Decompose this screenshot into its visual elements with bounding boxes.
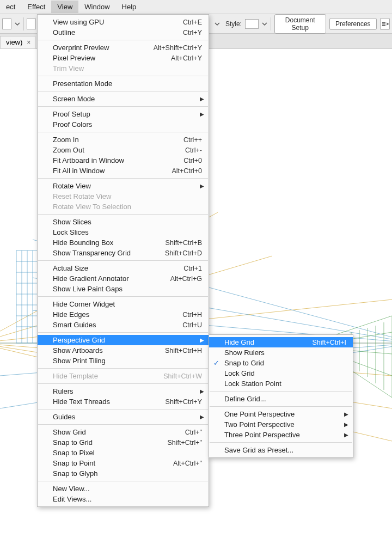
menu-separator bbox=[38, 132, 208, 132]
menu-item-label: Save Grid as Preset... bbox=[224, 446, 346, 454]
view-item-reset-rotate-view: Reset Rotate View bbox=[38, 191, 209, 201]
menu-item-label: Rotate View bbox=[53, 182, 202, 190]
pg-item-hide-grid[interactable]: Hide GridShift+Ctrl+I bbox=[209, 337, 353, 347]
view-item-hide-edges[interactable]: Hide EdgesCtrl+H bbox=[38, 309, 209, 320]
view-item-proof-setup[interactable]: Proof Setup▶ bbox=[38, 109, 209, 119]
view-item-screen-mode[interactable]: Screen Mode▶ bbox=[38, 94, 209, 104]
menu-separator bbox=[38, 481, 208, 481]
menu-separator bbox=[210, 391, 352, 392]
view-item-lock-slices[interactable]: Lock Slices bbox=[38, 227, 209, 237]
menu-item-shortcut: Ctrl+Y bbox=[183, 29, 202, 36]
menu-help[interactable]: Help bbox=[116, 1, 143, 13]
menu-item-shortcut: Alt+Ctrl+G bbox=[170, 275, 202, 283]
menu-item-label: Rotate View To Selection bbox=[53, 203, 202, 211]
document-tab[interactable]: view) × bbox=[0, 36, 35, 48]
menu-item-shortcut: Ctrl+H bbox=[182, 311, 202, 319]
fill-swatch[interactable] bbox=[2, 19, 11, 29]
view-item-actual-size[interactable]: Actual SizeCtrl+1 bbox=[38, 263, 209, 273]
view-item-show-grid[interactable]: Show GridCtrl+" bbox=[38, 427, 209, 437]
style-select[interactable] bbox=[245, 19, 259, 29]
menu-item-label: Proof Setup bbox=[53, 110, 202, 118]
view-item-edit-views[interactable]: Edit Views... bbox=[38, 494, 209, 504]
view-item-snap-to-point[interactable]: Snap to PointAlt+Ctrl+" bbox=[38, 458, 209, 468]
menu-separator bbox=[38, 409, 208, 409]
view-item-guides[interactable]: Guides▶ bbox=[38, 412, 209, 422]
separator bbox=[271, 17, 271, 30]
menu-item-label: Hide Edges bbox=[53, 310, 161, 319]
style-label: Style: bbox=[225, 20, 242, 28]
view-dropdown-menu: View using GPUCtrl+EOutlineCtrl+YOverpri… bbox=[37, 14, 209, 507]
pg-item-lock-station-point[interactable]: Lock Station Point bbox=[209, 378, 353, 389]
menu-window[interactable]: Window bbox=[78, 1, 115, 13]
menu-item-label: Guides bbox=[53, 413, 202, 421]
view-item-smart-guides[interactable]: Smart GuidesCtrl+U bbox=[38, 320, 209, 330]
view-item-hide-bounding-box[interactable]: Hide Bounding BoxShift+Ctrl+B bbox=[38, 237, 209, 248]
chevron-down-icon[interactable] bbox=[262, 21, 267, 27]
pg-item-define-grid[interactable]: Define Grid... bbox=[209, 394, 353, 404]
view-item-zoom-out[interactable]: Zoom OutCtrl+- bbox=[38, 145, 209, 155]
view-item-snap-to-pixel[interactable]: Snap to Pixel bbox=[38, 448, 209, 458]
view-item-fit-all-in-window[interactable]: Fit All in WindowAlt+Ctrl+0 bbox=[38, 166, 209, 176]
pg-item-three-point-perspective[interactable]: Three Point Perspective▶ bbox=[209, 430, 353, 440]
view-item-hide-corner-widget[interactable]: Hide Corner Widget bbox=[38, 299, 209, 309]
view-item-snap-to-grid[interactable]: Snap to GridShift+Ctrl+" bbox=[38, 437, 209, 448]
view-item-proof-colors[interactable]: Proof Colors bbox=[38, 119, 209, 130]
view-item-show-artboards[interactable]: Show ArtboardsShift+Ctrl+H bbox=[38, 345, 209, 356]
view-item-new-view[interactable]: New View... bbox=[38, 484, 209, 494]
menu-item-label: Presentation Mode bbox=[53, 80, 202, 88]
menu-item-label: Hide Grid bbox=[224, 338, 290, 346]
document-setup-button[interactable]: Document Setup bbox=[274, 14, 326, 34]
chevron-down-icon[interactable] bbox=[215, 21, 220, 27]
menu-item-shortcut: Shift+Ctrl+" bbox=[168, 439, 203, 447]
menu-item-label: Fit Artboard in Window bbox=[53, 156, 162, 164]
menu-item-label: Hide Bounding Box bbox=[53, 239, 144, 247]
view-item-presentation-mode[interactable]: Presentation Mode bbox=[38, 78, 209, 89]
view-item-rulers[interactable]: Rulers▶ bbox=[38, 386, 209, 396]
stroke-swatch[interactable] bbox=[27, 19, 36, 29]
menubar: ect Effect View Window Help bbox=[0, 0, 392, 14]
view-item-show-print-tiling[interactable]: Show Print Tiling bbox=[38, 356, 209, 366]
view-item-rotate-view[interactable]: Rotate View▶ bbox=[38, 181, 209, 191]
preferences-button[interactable]: Preferences bbox=[329, 18, 377, 30]
close-icon[interactable]: × bbox=[27, 39, 30, 46]
menu-ect[interactable]: ect bbox=[0, 1, 21, 13]
menu-item-label: Zoom Out bbox=[53, 146, 163, 154]
menu-separator bbox=[38, 214, 208, 215]
menu-item-label: Hide Text Threads bbox=[53, 398, 144, 406]
menu-item-label: Fit All in Window bbox=[53, 167, 150, 175]
menu-view[interactable]: View bbox=[51, 1, 78, 13]
pg-item-lock-grid[interactable]: Lock Grid bbox=[209, 368, 353, 378]
view-item-view-using-gpu[interactable]: View using GPUCtrl+E bbox=[38, 17, 209, 27]
view-item-show-slices[interactable]: Show Slices bbox=[38, 217, 209, 227]
overflow-button[interactable] bbox=[380, 18, 390, 30]
view-item-hide-gradient-annotator[interactable]: Hide Gradient AnnotatorAlt+Ctrl+G bbox=[38, 273, 209, 284]
view-item-overprint-preview[interactable]: Overprint PreviewAlt+Shift+Ctrl+Y bbox=[38, 42, 209, 53]
menu-item-shortcut: Shift+Ctrl+D bbox=[165, 249, 202, 257]
view-item-zoom-in[interactable]: Zoom InCtrl++ bbox=[38, 135, 209, 145]
view-item-outline[interactable]: OutlineCtrl+Y bbox=[38, 27, 209, 38]
menu-item-shortcut: Shift+Ctrl+W bbox=[163, 372, 202, 380]
view-item-hide-text-threads[interactable]: Hide Text ThreadsShift+Ctrl+Y bbox=[38, 396, 209, 407]
view-item-perspective-grid[interactable]: Perspective Grid▶ bbox=[38, 335, 209, 345]
pg-item-two-point-perspective[interactable]: Two Point Perspective▶ bbox=[209, 419, 353, 430]
menu-item-shortcut: Ctrl+0 bbox=[183, 157, 202, 164]
chevron-down-icon[interactable] bbox=[15, 21, 20, 27]
pg-item-show-rulers[interactable]: Show Rulers bbox=[209, 347, 353, 358]
pg-item-one-point-perspective[interactable]: One Point Perspective▶ bbox=[209, 409, 353, 419]
menu-separator bbox=[38, 332, 208, 333]
menu-item-label: Actual Size bbox=[53, 264, 162, 272]
pg-item-snap-to-grid[interactable]: ✓Snap to Grid bbox=[209, 358, 353, 368]
view-item-snap-to-glyph[interactable]: Snap to Glyph bbox=[38, 468, 209, 479]
view-item-fit-artboard-in-window[interactable]: Fit Artboard in WindowCtrl+0 bbox=[38, 155, 209, 166]
view-item-show-live-paint-gaps[interactable]: Show Live Paint Gaps bbox=[38, 284, 209, 294]
menu-item-label: Overprint Preview bbox=[53, 44, 132, 52]
menu-item-shortcut: Alt+Shift+Ctrl+Y bbox=[154, 44, 202, 52]
menu-item-label: Edit Views... bbox=[53, 495, 202, 503]
menu-effect[interactable]: Effect bbox=[21, 1, 51, 13]
menu-item-label: Reset Rotate View bbox=[53, 192, 202, 200]
view-item-pixel-preview[interactable]: Pixel PreviewAlt+Ctrl+Y bbox=[38, 53, 209, 63]
menu-separator bbox=[38, 383, 208, 384]
pg-item-save-grid-as-preset[interactable]: Save Grid as Preset... bbox=[209, 445, 353, 455]
view-item-show-transparency-grid[interactable]: Show Transparency GridShift+Ctrl+D bbox=[38, 248, 209, 258]
menu-separator bbox=[38, 368, 208, 369]
